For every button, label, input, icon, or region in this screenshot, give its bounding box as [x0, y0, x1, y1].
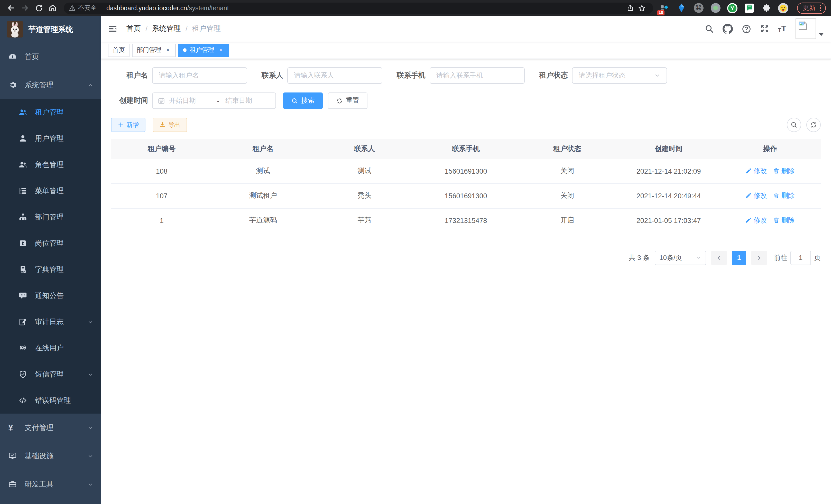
- sidebar-toggle-icon[interactable]: [107, 23, 118, 34]
- reload-icon[interactable]: [32, 1, 46, 15]
- sidebar-item-home[interactable]: 首页: [0, 42, 101, 71]
- gear-icon: [8, 81, 17, 89]
- circle-dot-extension-icon[interactable]: [710, 3, 720, 13]
- edit-link[interactable]: 修改: [745, 167, 767, 176]
- extension-badge-count: 10: [657, 10, 664, 15]
- search-button[interactable]: 搜索: [283, 92, 323, 109]
- edit-link[interactable]: 修改: [745, 216, 767, 225]
- date-range-picker[interactable]: 开始日期 - 结束日期: [152, 92, 276, 109]
- delete-link[interactable]: 删除: [773, 191, 795, 200]
- app-logo[interactable]: 芋道管理系统: [0, 16, 101, 42]
- extension-badge-icon[interactable]: 10: [659, 3, 670, 13]
- url-text[interactable]: dashboard.yudao.iocoder.cn/system/tenant: [106, 4, 229, 11]
- status-select[interactable]: 请选择租户状态: [572, 67, 667, 84]
- sidebar-item-tenant[interactable]: 租户管理: [0, 99, 101, 125]
- home-icon[interactable]: [46, 1, 60, 15]
- cell-id: 107: [111, 183, 212, 208]
- browser-update-button[interactable]: 更新: [797, 2, 826, 13]
- tab-home[interactable]: 首页: [108, 43, 130, 57]
- breadcrumb-item[interactable]: 首页: [126, 24, 141, 33]
- goto-page-input[interactable]: 1: [791, 250, 811, 265]
- plus-icon: [118, 122, 124, 128]
- tab-tenant[interactable]: 租户管理×: [178, 43, 229, 57]
- sidebar-item-audit-log[interactable]: 审计日志: [0, 309, 101, 335]
- contact-input[interactable]: 请输入联系人: [287, 67, 382, 84]
- add-button[interactable]: 新增: [111, 118, 145, 132]
- edit-link[interactable]: 修改: [745, 191, 767, 200]
- prev-page-button[interactable]: [711, 250, 727, 265]
- create-time-label: 创建时间: [111, 96, 148, 105]
- start-date-input[interactable]: 开始日期: [169, 96, 214, 105]
- github-icon[interactable]: [722, 24, 733, 34]
- tenant-name-label: 租户名: [111, 71, 148, 80]
- avatar-caret-icon[interactable]: [819, 33, 824, 36]
- next-page-button[interactable]: [751, 250, 767, 265]
- show-search-toggle-button[interactable]: [787, 118, 801, 132]
- sidebar-item-label: 在线用户: [35, 344, 93, 353]
- kite-extension-icon[interactable]: [676, 3, 687, 13]
- puzzle-extensions-icon[interactable]: [761, 3, 771, 13]
- profile-avatar-icon[interactable]: [778, 3, 789, 13]
- sidebar-item-pay[interactable]: ¥支付管理: [0, 414, 101, 442]
- search-icon[interactable]: [704, 24, 714, 34]
- cell-actions: 修改删除: [719, 183, 821, 208]
- security-warning-icon[interactable]: [69, 5, 76, 11]
- sidebar-item-dev-tool[interactable]: 研发工具: [0, 470, 101, 498]
- chevron-down-icon: [87, 481, 93, 487]
- tab-close-icon[interactable]: ×: [218, 47, 224, 53]
- cell-status: 开启: [516, 208, 618, 233]
- search-button-icon: [291, 97, 298, 104]
- tab-close-icon[interactable]: ×: [165, 47, 171, 53]
- tenant-table: 租户编号租户名联系人联系手机租户状态创建时间操作 108测试测试15601691…: [111, 139, 821, 233]
- help-icon[interactable]: [741, 24, 751, 34]
- browser-menu-icon[interactable]: [820, 5, 821, 11]
- users-icon: [19, 160, 27, 169]
- bookmark-star-icon[interactable]: [636, 1, 648, 15]
- forward-icon[interactable]: [18, 1, 32, 15]
- refresh-table-button[interactable]: [806, 118, 821, 132]
- tenant-name-input[interactable]: 请输入租户名: [152, 67, 247, 84]
- sidebar-item-menu[interactable]: 菜单管理: [0, 178, 101, 204]
- command-extension-icon[interactable]: ⌘: [693, 3, 704, 13]
- delete-link[interactable]: 删除: [773, 216, 795, 225]
- font-size-icon[interactable]: TT: [778, 25, 786, 33]
- fullscreen-icon[interactable]: [760, 24, 770, 34]
- download-icon: [159, 122, 166, 128]
- tab-dept[interactable]: 部门管理×: [132, 43, 176, 57]
- pagination: 共 3 条 10条/页 1 前往 1 页: [111, 250, 821, 265]
- sidebar-item-sms[interactable]: 短信管理: [0, 361, 101, 387]
- page-size-select[interactable]: 10条/页: [655, 250, 706, 265]
- table-header-cell: 创建时间: [618, 139, 719, 159]
- sidebar-item-infra[interactable]: 基础设施: [0, 442, 101, 470]
- sidebar-item-notice[interactable]: 通知公告: [0, 283, 101, 309]
- sidebar-item-system[interactable]: 系统管理: [0, 71, 101, 99]
- chat-extension-icon[interactable]: [744, 3, 754, 13]
- sidebar-item-online-user[interactable]: 在线用户: [0, 335, 101, 361]
- online-icon: [19, 344, 27, 352]
- current-page-button[interactable]: 1: [732, 250, 746, 265]
- mobile-input[interactable]: 请输入联系手机: [430, 67, 525, 84]
- end-date-input[interactable]: 结束日期: [222, 96, 270, 105]
- sidebar-item-role[interactable]: 角色管理: [0, 152, 101, 178]
- url-bar[interactable]: 不安全 dashboard.yudao.iocoder.cn/system/te…: [64, 2, 653, 13]
- cell-actions: 修改删除: [719, 159, 821, 183]
- sidebar-item-post[interactable]: 岗位管理: [0, 230, 101, 256]
- contact-label: 联系人: [262, 71, 283, 80]
- export-button[interactable]: 导出: [153, 118, 187, 132]
- yudao-extension-icon[interactable]: Y: [727, 3, 738, 13]
- delete-link[interactable]: 删除: [773, 167, 795, 176]
- app-title: 芋道管理系统: [28, 24, 73, 34]
- sidebar-item-label: 系统管理: [25, 80, 87, 90]
- breadcrumb-item[interactable]: 系统管理: [152, 24, 181, 33]
- sidebar-item-user[interactable]: 用户管理: [0, 125, 101, 152]
- extensions-row: 10 ⌘ Y 更新: [659, 2, 826, 13]
- sidebar: 芋道管理系统 首页系统管理租户管理用户管理角色管理菜单管理部门管理岗位管理字典管…: [0, 16, 101, 504]
- share-icon[interactable]: [624, 1, 636, 15]
- sidebar-item-dept[interactable]: 部门管理: [0, 204, 101, 230]
- sidebar-item-dict[interactable]: 字典管理: [0, 256, 101, 283]
- back-icon[interactable]: [4, 1, 18, 15]
- user-avatar[interactable]: [796, 19, 816, 39]
- reset-button[interactable]: 重置: [328, 92, 368, 109]
- security-label[interactable]: 不安全: [78, 4, 96, 12]
- sidebar-item-error-code[interactable]: 错误码管理: [0, 387, 101, 414]
